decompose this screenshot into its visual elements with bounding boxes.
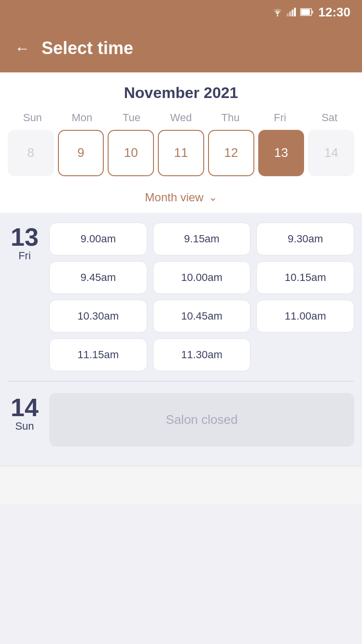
time-slot-1130[interactable]: 11.30am (153, 338, 251, 371)
date-row: 8 9 10 11 12 13 14 (8, 130, 354, 184)
time-slot-930[interactable]: 9.30am (256, 223, 354, 255)
date-9[interactable]: 9 (58, 130, 104, 176)
day-header-fri: Fri (255, 112, 305, 124)
time-section: 13 Fri 9.00am 9.15am 9.30am 9.45am 10.00… (0, 213, 362, 466)
month-view-toggle[interactable]: Month view ⌄ (8, 184, 354, 213)
wifi-icon (272, 8, 283, 16)
svg-rect-4 (294, 8, 296, 16)
status-bar: 12:30 (0, 0, 362, 24)
day-header-thu: Thu (206, 112, 255, 124)
time-slot-1100[interactable]: 11.00am (256, 300, 354, 333)
svg-point-0 (277, 15, 278, 16)
date-10[interactable]: 10 (108, 130, 154, 176)
date-12[interactable]: 12 (208, 130, 254, 176)
day-label-14: 14 Sun (8, 393, 42, 447)
day-header-wed: Wed (156, 112, 206, 124)
svg-rect-1 (287, 14, 289, 16)
svg-rect-3 (292, 10, 293, 16)
date-14: 14 (308, 130, 354, 176)
day-block-14: 14 Sun Salon closed (8, 393, 354, 447)
time-slot-1115[interactable]: 11.15am (49, 338, 147, 371)
day-name-sun: Sun (15, 420, 34, 433)
salon-closed-text: Salon closed (166, 412, 238, 427)
svg-rect-2 (289, 12, 291, 16)
salon-closed-card: Salon closed (49, 393, 354, 447)
day-headers: Sun Mon Tue Wed Thu Fri Sat (8, 112, 354, 124)
time-slot-1030[interactable]: 10.30am (49, 300, 147, 333)
time-slot-915[interactable]: 9.15am (153, 223, 251, 255)
day-separator (8, 381, 354, 381)
signal-icon (287, 8, 296, 16)
app-header: ← Select time (0, 24, 362, 72)
day-name-fri: Fri (18, 250, 31, 262)
date-8: 8 (8, 130, 54, 176)
time-slot-945[interactable]: 9.45am (49, 261, 147, 294)
status-icons (272, 8, 314, 16)
status-time: 12:30 (319, 5, 351, 20)
day-number-14: 14 (11, 395, 39, 420)
bottom-nav (0, 466, 362, 504)
time-slot-1045[interactable]: 10.45am (153, 300, 251, 333)
month-title: November 2021 (8, 84, 354, 102)
date-13[interactable]: 13 (258, 130, 305, 176)
time-slot-900[interactable]: 9.00am (49, 223, 147, 255)
date-11[interactable]: 11 (158, 130, 204, 176)
time-slots-13: 9.00am 9.15am 9.30am 9.45am 10.00am 10.1… (49, 223, 354, 371)
back-button[interactable]: ← (14, 40, 30, 57)
day-header-mon: Mon (57, 112, 107, 124)
calendar-section: November 2021 Sun Mon Tue Wed Thu Fri Sa… (0, 72, 362, 213)
day-label-13: 13 Fri (8, 223, 42, 371)
battery-icon (300, 8, 314, 16)
svg-rect-7 (312, 11, 313, 14)
day-number-13: 13 (11, 224, 39, 250)
time-slot-1000[interactable]: 10.00am (153, 261, 251, 294)
svg-rect-6 (301, 9, 310, 15)
day-header-sat: Sat (305, 112, 354, 124)
chevron-down-icon: ⌄ (209, 191, 217, 204)
day-block-13: 13 Fri 9.00am 9.15am 9.30am 9.45am 10.00… (8, 223, 354, 371)
time-slot-1015[interactable]: 10.15am (256, 261, 354, 294)
day-header-sun: Sun (8, 112, 57, 124)
day-header-tue: Tue (107, 112, 156, 124)
month-view-label: Month view (145, 191, 203, 204)
page-title: Select time (42, 38, 133, 58)
